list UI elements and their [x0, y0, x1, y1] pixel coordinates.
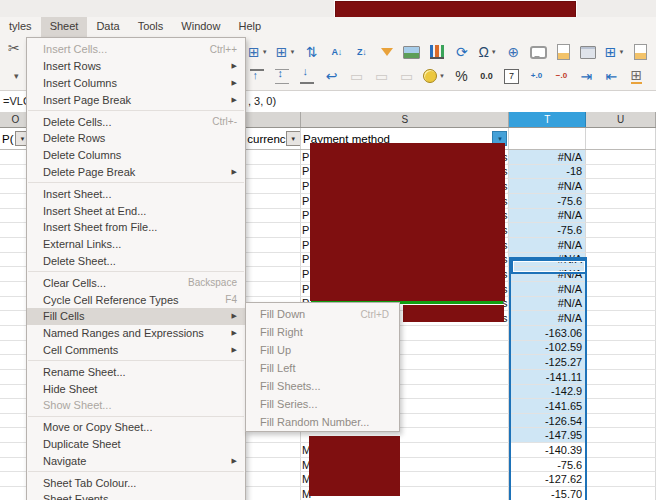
currency-format-icon[interactable]: ▼ [423, 67, 445, 85]
menu-item-sheet-events[interactable]: Sheet Events... [27, 491, 245, 500]
menu-item-delete-sheet[interactable]: Delete Sheet... [27, 253, 245, 270]
wrap-text-icon[interactable]: ↩ [323, 67, 340, 85]
cell-u[interactable] [586, 443, 656, 458]
cell-t-value[interactable]: -141.65 [509, 399, 586, 414]
cell-t-value[interactable]: -18 [509, 165, 586, 180]
submenu-item-fill-left[interactable]: Fill Left [246, 359, 399, 377]
menubar-item-window[interactable]: Window [172, 17, 229, 37]
column-header-T[interactable]: T [509, 112, 586, 127]
unmerge-cells-icon[interactable]: ▭ [398, 67, 415, 85]
dropdown-arrow-icon[interactable]: ▼ [619, 49, 625, 55]
cell-t-value[interactable]: -75.6 [509, 458, 586, 473]
cell-t-value[interactable]: -75.6 [509, 194, 586, 209]
sort-ascending-icon[interactable]: A↓ [328, 43, 345, 61]
filter-cell-u[interactable] [586, 128, 656, 149]
cell-currency[interactable] [245, 267, 301, 282]
cell-t-value[interactable]: #N/A [509, 150, 586, 165]
cell-u[interactable] [586, 414, 656, 429]
cell-t-value[interactable]: -75.6 [509, 223, 586, 238]
cell-u[interactable] [586, 341, 656, 356]
cell-t-value[interactable]: #N/A [509, 179, 586, 194]
cell-t-value[interactable]: -125.27 [509, 355, 586, 370]
menu-item-hide-sheet[interactable]: Hide Sheet [27, 380, 245, 397]
cell-u[interactable] [586, 223, 656, 238]
insert-row-icon[interactable]: ⊞▼ [248, 43, 268, 61]
submenu-item-fill-down[interactable]: Fill DownCtrl+D [246, 305, 399, 323]
draw-functions-icon[interactable] [555, 43, 572, 61]
freeze-rows-columns-icon[interactable]: ⊞▼ [605, 43, 625, 61]
submenu-item-fill-random-number[interactable]: Fill Random Number... [246, 413, 399, 431]
cell-u[interactable] [586, 385, 656, 400]
menu-item-move-or-copy-sheet[interactable]: Move or Copy Sheet... [27, 419, 245, 436]
menu-item-cycle-cell-reference-types[interactable]: Cycle Cell Reference TypesF4 [27, 291, 245, 308]
add-decimal-icon[interactable]: +.0 [528, 67, 545, 85]
merge-center-icon[interactable]: ▭ [373, 67, 390, 85]
submenu-item-fill-right[interactable]: Fill Right [246, 323, 399, 341]
cell-t-value[interactable]: -127.62 [509, 472, 586, 487]
menu-item-insert-rows[interactable]: Insert Rows▶ [27, 58, 245, 75]
menu-item-insert-sheet-from-file[interactable]: Insert Sheet from File... [27, 219, 245, 236]
dropdown-arrow-icon[interactable]: ▼ [439, 73, 445, 79]
cell-u[interactable] [586, 238, 656, 253]
cell-t-value[interactable]: #N/A [509, 253, 586, 268]
cut-icon[interactable]: ✂ [8, 40, 20, 56]
sort-icon[interactable]: ⇅ [303, 43, 320, 61]
print-area-icon[interactable] [580, 43, 597, 61]
menu-item-insert-sheet-at-end[interactable]: Insert Sheet at End... [27, 202, 245, 219]
cell-currency[interactable] [245, 223, 301, 238]
menu-item-insert-cells[interactable]: Insert Cells...Ctrl++ [27, 41, 245, 58]
align-top-icon[interactable] [248, 67, 265, 85]
merge-cells-icon[interactable]: ▭ [348, 67, 365, 85]
cell-currency[interactable] [245, 238, 301, 253]
submenu-item-fill-series[interactable]: Fill Series... [246, 395, 399, 413]
cell-u[interactable] [586, 326, 656, 341]
cell-t-value[interactable]: -147.95 [509, 428, 586, 443]
menu-item-fill-cells[interactable]: Fill Cells▶ [27, 308, 245, 325]
cell-u[interactable] [586, 311, 656, 326]
filter-cell-t[interactable] [509, 128, 586, 149]
cell-u[interactable] [586, 472, 656, 487]
cell-currency[interactable] [245, 165, 301, 180]
cell-t-value[interactable]: #N/A [509, 209, 586, 224]
cell-t-value[interactable]: #N/A [509, 297, 586, 312]
cell-u[interactable] [586, 267, 656, 282]
menubar-item-tools[interactable]: Tools [129, 17, 173, 37]
dropdown-arrow-icon[interactable]: ▼ [262, 49, 268, 55]
center-vertically-icon[interactable] [273, 67, 290, 85]
cell-u[interactable] [586, 179, 656, 194]
decrease-indent-icon[interactable]: ⇤ [603, 67, 620, 85]
date-format-icon[interactable]: 7 [503, 67, 520, 85]
cell-currency[interactable] [245, 253, 301, 268]
menubar-item-help[interactable]: Help [229, 17, 270, 37]
dropdown-arrow-icon[interactable]: ▼ [289, 49, 295, 55]
cell-u[interactable] [586, 487, 656, 500]
cell-t-value[interactable]: -102.59 [509, 341, 586, 356]
align-bottom-icon[interactable] [298, 67, 315, 85]
menu-item-named-ranges-and-expressions[interactable]: Named Ranges and Expressions▶ [27, 325, 245, 342]
cell-t-value[interactable]: -141.11 [509, 370, 586, 385]
cell-t-value[interactable]: -126.54 [509, 414, 586, 429]
column-header-r[interactable] [245, 112, 301, 127]
percent-format-icon[interactable]: % [453, 67, 470, 85]
column-header-U[interactable]: U [586, 112, 656, 127]
menubar-item-data[interactable]: Data [87, 17, 128, 37]
formula-input-fragment-right[interactable]: , 3, 0) [248, 95, 276, 107]
split-window-icon[interactable] [632, 43, 649, 61]
menu-item-show-sheet[interactable]: Show Sheet... [27, 397, 245, 414]
cell-currency[interactable] [245, 443, 301, 458]
menubar-item-tyles[interactable]: tyles [0, 17, 41, 37]
menu-item-delete-columns[interactable]: Delete Columns [27, 147, 245, 164]
cell-t-value[interactable]: #N/A [509, 238, 586, 253]
cell-u[interactable] [586, 399, 656, 414]
autofilter-button-r[interactable]: ▼ [286, 131, 301, 146]
cell-u[interactable] [586, 209, 656, 224]
cell-currency[interactable] [245, 458, 301, 473]
menu-item-delete-cells[interactable]: Delete Cells...Ctrl+- [27, 113, 245, 130]
menubar-item-sheet[interactable]: Sheet [41, 17, 88, 37]
cell-u[interactable] [586, 355, 656, 370]
cell-currency[interactable] [245, 209, 301, 224]
menu-item-duplicate-sheet[interactable]: Duplicate Sheet [27, 436, 245, 453]
pivot-table-icon[interactable]: ⟳ [453, 43, 470, 61]
cell-u[interactable] [586, 282, 656, 297]
cell-t-value[interactable]: #N/A [509, 282, 586, 297]
